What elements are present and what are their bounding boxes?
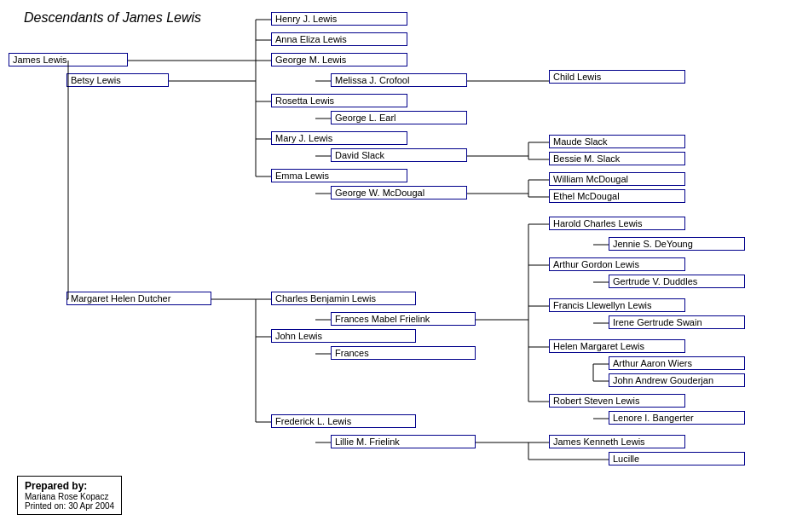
node-maude: Maude Slack: [549, 135, 685, 148]
node-robert: Robert Steven Lewis: [549, 394, 685, 408]
node-arthur-gordon: Arthur Gordon Lewis: [549, 257, 685, 271]
node-frederick: Frederick L. Lewis: [271, 414, 416, 428]
node-emma: Emma Lewis: [271, 169, 407, 182]
node-bessie: Bessie M. Slack: [549, 152, 685, 165]
node-jennie: Jennie S. DeYoung: [609, 237, 745, 251]
prepared-title: Prepared by:: [25, 480, 114, 492]
node-james-kenneth: James Kenneth Lewis: [549, 435, 685, 448]
node-john: John Lewis: [271, 329, 416, 343]
node-george-l: George L. Earl: [331, 111, 467, 124]
node-ethel: Ethel McDougal: [549, 189, 685, 203]
node-frances-mabel: Frances Mabel Frielink: [331, 312, 476, 326]
node-george-m: George M. Lewis: [271, 53, 407, 66]
prepared-date: Printed on: 30 Apr 2004: [25, 501, 114, 511]
node-william: William McDougal: [549, 172, 685, 186]
node-david: David Slack: [331, 148, 467, 162]
node-melissa: Melissa J. Crofool: [331, 73, 467, 87]
node-child: Child Lewis: [549, 70, 685, 84]
node-lenore: Lenore I. Bangerter: [609, 411, 745, 425]
node-francis: Francis Llewellyn Lewis: [549, 298, 685, 312]
node-margaret: Margaret Helen Dutcher: [66, 292, 211, 305]
node-charles: Charles Benjamin Lewis: [271, 292, 416, 305]
node-gertrude: Gertrude V. Duddles: [609, 275, 745, 288]
node-mary-j: Mary J. Lewis: [271, 131, 407, 145]
node-irene: Irene Gertrude Swain: [609, 315, 745, 329]
node-lillie: Lillie M. Frielink: [331, 435, 476, 448]
node-arthur-aaron: Arthur Aaron Wiers: [609, 356, 745, 370]
node-lucille: Lucille: [609, 452, 745, 466]
node-james: James Lewis: [9, 53, 128, 66]
node-rosetta: Rosetta Lewis: [271, 94, 407, 107]
title: Descendants of James Lewis: [24, 10, 201, 26]
node-helen: Helen Margaret Lewis: [549, 339, 685, 353]
node-frances: Frances: [331, 346, 476, 360]
node-george-w: George W. McDougal: [331, 186, 467, 200]
prepared-name: Mariana Rose Kopacz: [25, 492, 114, 501]
node-harold: Harold Charles Lewis: [549, 217, 685, 230]
node-anna: Anna Eliza Lewis: [271, 32, 407, 46]
node-john-andrew: John Andrew Gouderjan: [609, 373, 745, 387]
prepared-box: Prepared by: Mariana Rose Kopacz Printed…: [17, 476, 122, 515]
node-betsy: Betsy Lewis: [66, 73, 169, 87]
node-henry: Henry J. Lewis: [271, 12, 407, 26]
